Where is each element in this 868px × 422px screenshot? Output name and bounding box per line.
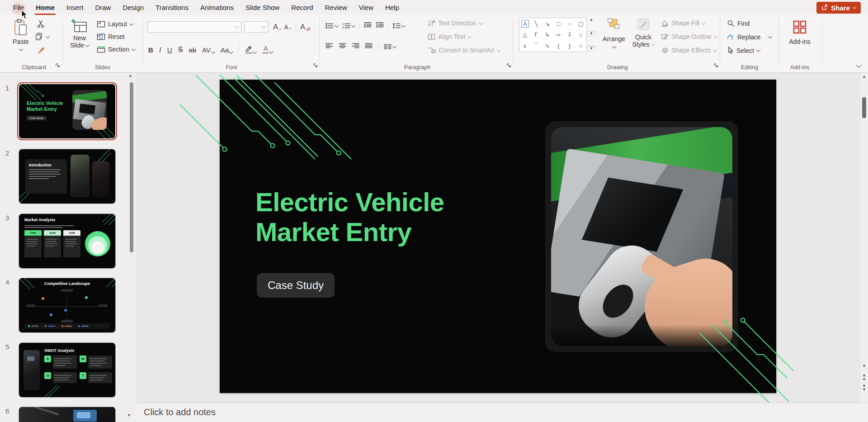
convert-smartart-button[interactable]: Convert to SmartArt — [428, 47, 500, 54]
shape-scribble[interactable]: ε — [520, 41, 530, 51]
slide-thumbnail-4[interactable]: Competitive Landscape — [19, 278, 115, 332]
decrease-indent-button[interactable] — [363, 22, 372, 30]
find-button[interactable]: Find — [727, 19, 750, 27]
reset-button[interactable]: Reset — [97, 33, 125, 40]
increase-indent-button[interactable] — [376, 22, 384, 30]
shape-arrow[interactable]: ↘ — [542, 19, 552, 29]
tab-help[interactable]: Help — [379, 0, 405, 15]
shape-block-arrow-down[interactable]: ⇩ — [564, 29, 575, 40]
shape-fill-button[interactable]: Shape Fill — [661, 19, 705, 27]
shape-rounded-rectangle[interactable]: ▢ — [576, 19, 586, 29]
shape-right-brace[interactable]: } — [564, 41, 575, 51]
slide-thumbnail-2[interactable]: Introduction — [19, 149, 115, 204]
shape-curve[interactable]: ∿ — [542, 41, 552, 51]
character-spacing-button[interactable]: AV — [202, 46, 215, 54]
share-button[interactable]: Share — [816, 2, 861, 14]
thumb-scroll-up[interactable]: ▲ — [128, 74, 132, 78]
new-slide-button[interactable]: New Slide — [65, 19, 94, 49]
quick-styles-button[interactable]: Quick Styles — [630, 18, 656, 48]
tab-home[interactable]: Home — [30, 0, 61, 15]
font-dialog-launcher[interactable] — [313, 62, 318, 70]
columns-button[interactable] — [384, 44, 396, 50]
slide-thumbnail-5[interactable]: SWOT Analysis S W O T — [19, 343, 115, 397]
layout-button[interactable]: Layout — [97, 20, 133, 28]
shape-rectangle[interactable]: □ — [553, 19, 564, 29]
paste-button[interactable]: Paste — [9, 19, 33, 51]
paragraph-dialog-launcher[interactable] — [506, 62, 511, 70]
grow-font-button[interactable]: A˄ — [273, 23, 282, 32]
thumb-scrollbar-thumb[interactable] — [130, 82, 133, 252]
shape-effects-button[interactable]: Shape Effects — [661, 47, 717, 54]
gallery-scroll-up[interactable]: ▲ — [590, 18, 594, 22]
shape-arc[interactable]: ⌒ — [531, 41, 541, 51]
notes-placeholder[interactable]: Click to add notes — [144, 407, 216, 417]
align-left-button[interactable] — [326, 43, 333, 51]
tab-design[interactable]: Design — [117, 0, 150, 15]
underline-button[interactable]: U — [167, 46, 172, 54]
tab-review[interactable]: Review — [319, 0, 353, 15]
format-painter-button[interactable] — [36, 46, 45, 55]
drawing-dialog-launcher[interactable] — [713, 62, 718, 70]
copy-button[interactable] — [34, 32, 49, 41]
select-button[interactable]: Select — [727, 47, 760, 54]
clear-formatting-button[interactable]: A — [300, 23, 311, 31]
cut-button[interactable] — [36, 19, 45, 28]
shadow-strike-button[interactable]: S — [178, 46, 183, 54]
tab-record[interactable]: Record — [285, 0, 319, 15]
tab-transitions[interactable]: Transitions — [150, 0, 194, 15]
shape-textbox[interactable]: A — [521, 20, 529, 28]
italic-button[interactable]: I — [159, 46, 161, 54]
shape-star[interactable]: ☆ — [576, 41, 586, 51]
shape-line[interactable]: ╲ — [531, 19, 541, 29]
shape-elbow-arrow[interactable]: ↳ — [542, 29, 552, 40]
collapse-ribbon-button[interactable] — [857, 61, 861, 69]
slide-thumbnail-3[interactable]: Market Analysis TAM SAM SOM — [19, 214, 115, 268]
slide-thumbnail-6[interactable] — [19, 407, 115, 422]
arrange-button[interactable]: Arrange — [599, 18, 628, 48]
section-button[interactable]: Section — [97, 46, 135, 53]
shrink-font-button[interactable]: A˅ — [284, 24, 292, 31]
shape-outline-button[interactable]: Shape Outline — [661, 33, 717, 40]
next-slide-button[interactable]: ▼▼ — [860, 384, 868, 391]
shape-oval[interactable]: ○ — [564, 19, 575, 29]
strikethrough-button[interactable]: ab — [189, 46, 196, 54]
justify-button[interactable] — [365, 43, 373, 51]
scrollbar-thumb[interactable] — [862, 97, 866, 118]
shape-elbow[interactable]: Γ — [531, 29, 541, 40]
line-spacing-button[interactable] — [392, 23, 405, 29]
font-name-combo[interactable] — [147, 21, 241, 33]
change-case-button[interactable]: Aa — [221, 46, 233, 54]
font-color-button[interactable]: A — [262, 46, 273, 54]
slide-photo-card[interactable] — [545, 121, 738, 352]
gallery-more-shapes[interactable]: ▼ — [588, 46, 595, 51]
font-size-combo[interactable] — [244, 21, 269, 33]
case-study-badge[interactable]: Case Study — [257, 273, 335, 298]
shape-gallery[interactable]: A ╲ ↘ □ ○ ▢ △ Γ ↳ ⇨ ⇩ ⌂ ε ⌒ ∿ { } ☆ — [519, 18, 587, 52]
tab-animations[interactable]: Animations — [194, 0, 240, 15]
align-text-button[interactable]: Align Text — [428, 33, 471, 40]
tab-insert[interactable]: Insert — [61, 0, 90, 15]
thumb-scroll-down[interactable]: ▼ — [127, 413, 131, 417]
previous-slide-button[interactable]: ▲▲ — [860, 373, 868, 380]
tab-view[interactable]: View — [353, 0, 379, 15]
align-right-button[interactable] — [352, 43, 359, 51]
text-highlight-button[interactable] — [245, 46, 256, 54]
scroll-up-button[interactable]: ▲ — [860, 75, 868, 78]
tab-slide-show[interactable]: Slide Show — [240, 0, 285, 15]
shape-l-shape[interactable]: ⌂ — [576, 29, 586, 40]
scroll-down-button[interactable]: ▼ — [860, 364, 868, 368]
text-direction-button[interactable]: A Text Direction — [428, 19, 482, 27]
notes-pane[interactable]: Click to add notes — [137, 403, 868, 422]
clipboard-dialog-launcher[interactable] — [55, 62, 60, 70]
slide-thumbnail-1[interactable]: Electric VehicleMarket Entry Case Study — [19, 84, 115, 138]
addins-button[interactable]: Add-ins — [785, 19, 814, 45]
numbering-button[interactable] — [342, 23, 355, 29]
gallery-scroll-down[interactable]: ▼ — [588, 31, 595, 36]
tab-draw[interactable]: Draw — [89, 0, 117, 15]
bold-button[interactable]: B — [148, 46, 153, 54]
shape-triangle[interactable]: △ — [520, 29, 530, 40]
bullets-button[interactable] — [326, 23, 338, 29]
replace-button[interactable]: bc Replace — [727, 33, 772, 41]
align-center-button[interactable] — [339, 43, 346, 51]
shape-block-arrow-right[interactable]: ⇨ — [553, 29, 564, 40]
